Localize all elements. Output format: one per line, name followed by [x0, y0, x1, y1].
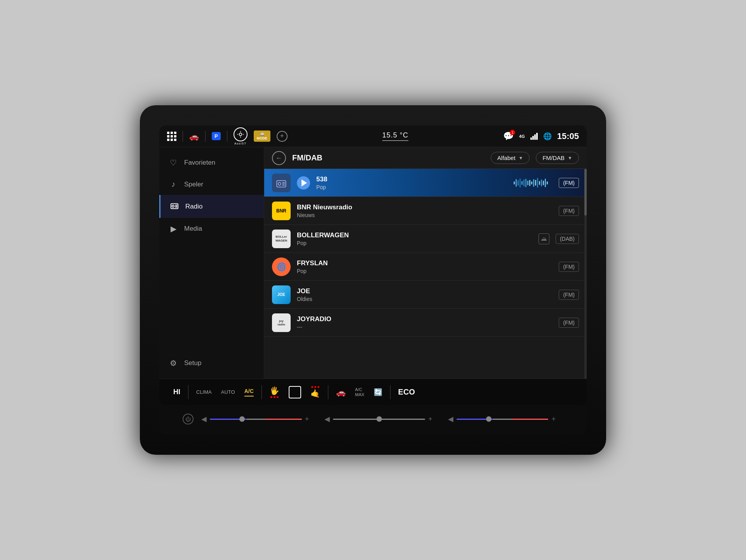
station-logo-joe: JOE [272, 285, 291, 304]
fan-down-icon[interactable]: ◀ [324, 415, 330, 423]
back-button[interactable]: ← [272, 151, 286, 165]
volume-section: ◀ + [193, 415, 317, 423]
fan-up-icon[interactable]: + [428, 415, 432, 423]
physical-controls: ⏻ ◀ + ◀ + ◀ + [159, 403, 587, 435]
sidebar-bottom: ⚙ Setup [159, 352, 264, 374]
divider-heat [261, 385, 262, 399]
no-image-icon: ⛰ [539, 233, 549, 244]
car-icon[interactable]: 🚗 [189, 132, 199, 141]
divider-3 [227, 131, 227, 142]
sidebar-item-radio[interactable]: Radio [159, 195, 264, 218]
play-button-538[interactable] [297, 176, 310, 190]
station-item-joe[interactable]: JOE JOE Oldies (FM) [264, 281, 587, 309]
divider-1 [183, 131, 183, 142]
station-logo-fryslan: 🌀 [272, 257, 291, 276]
seat-heat-left[interactable]: 🖐 [265, 386, 284, 398]
eco-text: ECO [398, 388, 415, 397]
content-title: FM/DAB [292, 153, 485, 162]
station-info-joe: JOE Oldies [297, 287, 559, 302]
top-bar-right: 💬 1 4G 🌐 15:05 [503, 131, 579, 141]
clima-text: CLIMA [196, 389, 212, 395]
station-logo-bnr: BNR [272, 202, 291, 220]
top-bar-center: 15.5 °C [288, 131, 503, 141]
right-temp-down-icon[interactable]: ◀ [448, 415, 453, 423]
right-temp-up-icon[interactable]: + [551, 415, 556, 423]
sort-dropdown[interactable]: Alfabet ▼ [491, 152, 530, 164]
station-info-joyradio: JOYRADIO --- [297, 315, 559, 330]
divider-eco [390, 385, 390, 399]
station-genre-bollerwagen: Pop [297, 240, 539, 246]
station-info-fryslan: FRYSLAN Pop [297, 259, 559, 274]
clima-label: CLIMA [192, 389, 216, 395]
center-screen-button[interactable] [284, 386, 306, 398]
station-logo-538 [272, 174, 291, 192]
sort-chevron-icon: ▼ [519, 155, 523, 161]
fan-slider-thumb[interactable] [376, 416, 382, 422]
signal-icon [530, 133, 538, 140]
music-icon: ♪ [169, 180, 178, 189]
radio-nav-icon [170, 201, 179, 212]
fan-section: ◀ + [317, 415, 440, 423]
auto-text: AUTO [221, 389, 235, 395]
ac-underline [244, 396, 254, 397]
clock-display: 15:05 [557, 131, 579, 141]
station-item-bollerwagen[interactable]: BOLLerWAGEN BOLLERWAGEN Pop ⛰ (DAB) [264, 225, 587, 253]
ac-max-button[interactable]: A/CMAX [350, 387, 369, 397]
volume-up-icon[interactable]: + [305, 415, 309, 423]
assist-button[interactable]: AssiST [234, 127, 248, 145]
sidebar-item-media[interactable]: ▶ Media [159, 218, 264, 240]
apps-icon[interactable] [167, 132, 176, 141]
content-panel: ← FM/DAB Alfabet ▼ FM/DAB ▼ [264, 147, 587, 379]
sidebar-item-setup[interactable]: ⚙ Setup [159, 352, 264, 374]
messages-icon[interactable]: 💬 1 [503, 131, 514, 141]
station-genre-joe: Oldies [297, 296, 559, 302]
scrollbar-thumb[interactable] [584, 169, 587, 216]
filter-dropdown[interactable]: FM/DAB ▼ [536, 152, 579, 164]
station-item-bnr[interactable]: BNR BNR Nieuwsradio Nieuws (FM) [264, 197, 587, 225]
sidebar-label-speler: Speler [184, 181, 203, 188]
volume-down-icon[interactable]: ◀ [201, 415, 207, 423]
right-temp-slider[interactable] [457, 419, 549, 420]
temperature-slider[interactable] [210, 419, 302, 420]
sidebar: ♡ Favorieten ♪ Speler [159, 147, 264, 379]
station-item-joyradio[interactable]: joyradio JOYRADIO --- (FM) [264, 309, 587, 337]
gear-icon: ⚙ [169, 358, 178, 368]
station-item-538[interactable]: 538 Pop (FM) [264, 169, 587, 197]
station-type-bnr: (FM) [559, 206, 579, 216]
seat-heat-right-icon: 🤙 [310, 389, 320, 398]
screen-btn-icon [289, 386, 301, 398]
station-name-fryslan: FRYSLAN [297, 259, 559, 267]
divider-rear [328, 385, 328, 399]
hi-indicator: HI [169, 388, 185, 396]
infotainment-screen: 🚗 P AssiST [159, 125, 587, 405]
sidebar-item-favorieten[interactable]: ♡ Favorieten [159, 152, 264, 174]
fan-slider[interactable] [333, 419, 425, 420]
sort-label: Alfabet [497, 155, 516, 161]
add-button[interactable]: + [277, 131, 288, 142]
rear-defrost-button[interactable]: 🚗 [331, 388, 350, 397]
station-type-joyradio: (FM) [559, 318, 579, 328]
seat-heat-right[interactable]: 🤙 [306, 386, 325, 398]
parking-badge: P [212, 132, 221, 140]
station-type-538: (FM) [559, 178, 579, 188]
station-name-bnr: BNR Nieuwsradio [297, 203, 559, 211]
station-item-fryslan[interactable]: 🌀 FRYSLAN Pop (FM) [264, 253, 587, 281]
sidebar-item-speler[interactable]: ♪ Speler [159, 174, 264, 195]
top-bar-left: 🚗 P AssiST [167, 127, 288, 145]
ac-max-label: A/CMAX [355, 387, 364, 397]
slider-thumb[interactable] [239, 416, 245, 422]
recirculate-button[interactable]: 🔄 [369, 388, 387, 397]
globe-icon: 🌐 [543, 132, 552, 141]
station-logo-joyradio: joyradio [272, 313, 291, 332]
filter-label: FM/DAB [542, 155, 565, 161]
eco-label: ECO [394, 388, 420, 397]
right-temp-thumb[interactable] [486, 416, 492, 422]
lte-indicator: 4G [519, 134, 525, 139]
station-genre-fryslan: Pop [297, 268, 559, 274]
mode-button[interactable]: 🚐MODE [254, 130, 270, 142]
seat-heat-left-icon: 🖐 [270, 386, 279, 395]
station-list: 538 Pop (FM) [264, 169, 587, 379]
power-button[interactable]: ⏻ [183, 414, 193, 424]
svg-point-2 [172, 205, 174, 207]
ac-button[interactable]: A/C [240, 388, 258, 397]
